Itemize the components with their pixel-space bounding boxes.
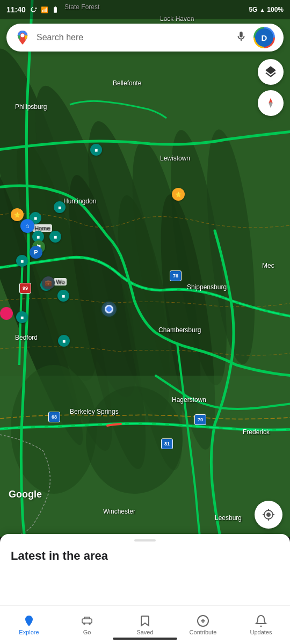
microphone-icon[interactable] [235,31,247,45]
location-icon [262,508,275,521]
explore-icon [23,614,35,627]
nav-label-saved: Saved [136,629,153,635]
my-location-button[interactable] [255,501,282,529]
nav-label-go: Go [83,629,91,635]
parking-pin[interactable]: P [30,246,42,259]
map-pin-8[interactable]: ■ [57,290,69,302]
signal-icon: 📶 [41,6,48,13]
layer-switcher-button[interactable] [258,59,284,85]
nav-label-contribute: Contribute [190,629,217,635]
nav-item-go[interactable]: Go [58,610,116,640]
map-label-wo: Wo [54,278,67,286]
nav-item-updates[interactable]: Updates [232,610,290,640]
map-label-shippensburg: Shippensburg [187,283,227,291]
user-avatar[interactable]: D [253,27,275,48]
work-pin[interactable]: 💼 [42,276,55,289]
charging-icon [52,6,59,13]
map-label-berkeley-springs: Berkeley Springs [70,408,119,415]
shield-81: 81 [161,438,173,449]
current-location [105,305,115,316]
svg-point-18 [83,623,85,625]
nav-label-explore: Explore [19,629,39,635]
map-label-winchester: Winchester [103,508,135,515]
shield-99: 99 [19,283,31,294]
saved-icon [139,614,151,627]
shield-76: 76 [170,270,182,281]
compass-button[interactable] [258,90,284,116]
svg-point-19 [89,623,91,625]
status-bar: 11:40 📶 5G ▲ 100% [0,0,290,19]
map-pin-2[interactable]: ■ [54,201,66,213]
star-pin-1[interactable]: ⭐ [11,208,24,221]
sheet-title: Latest in the area [0,545,290,563]
compass-icon [265,97,277,109]
rotate-icon [29,6,38,13]
map-label-frederick: Frederick [243,428,270,436]
updates-icon [255,614,267,627]
map-pin-5[interactable]: ■ [49,231,61,243]
svg-point-15 [21,34,25,38]
go-icon [81,614,93,627]
avatar-initial: D [255,28,273,47]
shield-70: 70 [194,414,206,425]
map-pin-10[interactable]: ■ [58,335,70,347]
map-label-bellefonte: Bellefonte [113,79,141,87]
map-view[interactable]: State Forest Lock Haven Bellefonte Phili… [0,0,290,537]
map-pin-1[interactable]: ■ [90,144,102,156]
map-label-huntingdon: Huntingdon [63,197,96,205]
nav-item-explore[interactable]: Explore [0,610,58,640]
pink-pin[interactable] [0,307,13,320]
map-label-mec: Mec [262,262,274,269]
search-bar[interactable]: Search here D [6,24,284,52]
sheet-handle[interactable] [134,539,156,541]
search-placeholder: Search here [37,33,235,42]
map-label-philipsburg: Philipsburg [15,103,47,111]
star-pin-2[interactable]: ⭐ [172,188,185,201]
contribute-icon [197,614,209,627]
google-logo: Google [9,489,42,500]
map-label-leesburg: Leesburg [215,514,242,522]
nav-item-contribute[interactable]: Contribute [174,610,232,640]
layers-icon [264,65,278,79]
svg-rect-17 [82,619,92,623]
map-label-chambersburg: Chambersburg [158,326,201,334]
wifi-bars: ▲ [259,7,265,13]
battery-level: 100% [267,6,284,13]
shield-68: 68 [48,412,60,422]
map-pin-9[interactable]: ■ [16,311,28,323]
nav-label-updates: Updates [250,629,272,635]
bottom-sheet: Latest in the area Explore Go [0,534,290,644]
home-indicator [113,638,177,640]
nav-item-saved[interactable]: Saved [116,610,174,640]
map-pin-6[interactable]: ■ [16,255,28,267]
map-label-home: Home [32,224,52,232]
map-label-lewistown: Lewistown [160,155,190,162]
home-pin[interactable]: ⌂ [20,219,34,233]
map-label-hagerstown: Hagerstown [172,396,206,404]
map-label-bedford: Bedford [15,334,38,341]
google-maps-logo [15,30,30,45]
network-type: 5G [249,6,257,13]
status-time: 11:40 [6,5,26,14]
